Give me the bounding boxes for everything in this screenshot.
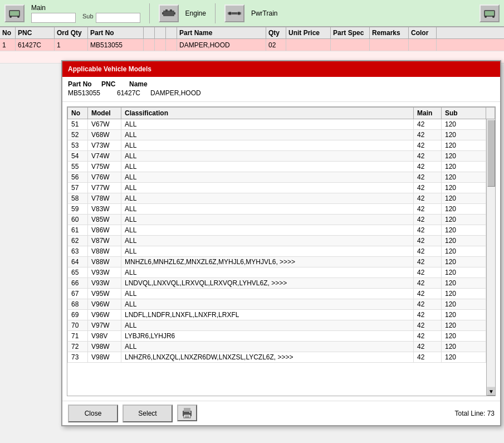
table-row[interactable]: 68 V96W ALL 42 120 xyxy=(68,299,495,310)
scrollbar[interactable]: ▼ xyxy=(486,119,495,396)
toolbar: Main Sub Engine PwrTrain xyxy=(0,0,504,27)
table-row[interactable]: 73 V98W LNHZR6,LNXZQL,LNXZR6DW,LNXZSL,LY… xyxy=(68,352,495,363)
cell-row-classification: ALL xyxy=(121,236,414,246)
col-empty3 xyxy=(166,27,177,38)
cell-part-spec xyxy=(331,39,370,51)
col-no: No xyxy=(0,27,16,38)
table-row[interactable]: 65 V93W ALL 42 120 xyxy=(68,267,495,278)
separator-2 xyxy=(215,3,216,23)
table-row[interactable]: 51 V67W ALL 42 120 xyxy=(68,119,495,130)
cell-row-model: V93W xyxy=(88,278,121,289)
col-empty1 xyxy=(144,27,155,38)
cell-row-model: V67W xyxy=(88,119,121,130)
col-remarks: Remarks xyxy=(370,27,409,38)
cell-empty1 xyxy=(144,39,155,51)
table-row[interactable]: 57 V77W ALL 42 120 xyxy=(68,183,495,193)
cell-part-name: DAMPER,HOOD xyxy=(177,39,266,51)
scrollbar-arrow-down[interactable]: ▼ xyxy=(487,387,496,396)
col-color: Color xyxy=(409,27,437,38)
cell-row-model: V88W xyxy=(88,246,121,257)
table-row[interactable]: 62 V87W ALL 42 120 xyxy=(68,236,495,246)
cell-row-no: 62 xyxy=(68,236,88,246)
cell-row-sub: 120 xyxy=(442,278,486,289)
table-row[interactable]: 61 V86W ALL 42 120 xyxy=(68,225,495,236)
cell-row-model: V98W xyxy=(88,352,121,363)
cell-row-main: 42 xyxy=(414,342,442,352)
name-value: DAMPER,HOOD xyxy=(146,88,205,98)
cell-row-sub: 120 xyxy=(442,172,486,183)
cell-row-main: 42 xyxy=(414,162,442,172)
close-button[interactable]: Close xyxy=(68,405,118,422)
table-row[interactable]: 71 V98V LYBJR6,LYHJR6 42 120 xyxy=(68,331,495,342)
cell-row-no: 59 xyxy=(68,204,88,215)
cell-row-classification: ALL xyxy=(121,342,414,352)
cell-row-classification: LNDVQL,LNXVQL,LRXVQL,LRXVQR,LYHVL6Z, >>>… xyxy=(121,278,414,289)
svg-rect-6 xyxy=(170,9,172,12)
cell-row-classification: LYBJR6,LYHJR6 xyxy=(121,331,414,342)
main-sub-group: Main Sub xyxy=(31,4,140,23)
cell-row-no: 69 xyxy=(68,310,88,320)
cell-row-sub: 120 xyxy=(442,204,486,215)
table-row[interactable]: 69 V96W LNDFL,LNDFR,LNXFL,LNXFR,LRXFL 42… xyxy=(68,310,495,320)
cell-row-no: 57 xyxy=(68,183,88,193)
cell-row-main: 42 xyxy=(414,257,442,267)
cell-row-classification: ALL xyxy=(121,193,414,204)
col-part-name: Part Name xyxy=(177,27,266,38)
cell-row-main: 42 xyxy=(414,172,442,183)
cell-row-no: 73 xyxy=(68,352,88,363)
cell-row-main: 42 xyxy=(414,225,442,236)
info-row-values: MB513055 61427C DAMPER,HOOD xyxy=(68,88,495,98)
cell-row-sub: 120 xyxy=(442,225,486,236)
table-row[interactable]: 52 V68W ALL 42 120 xyxy=(68,130,495,140)
table-row[interactable]: 70 V97W ALL 42 120 xyxy=(68,320,495,331)
cell-row-classification: ALL xyxy=(121,183,414,193)
toolbar-icon-right[interactable] xyxy=(479,4,500,22)
cell-row-no: 60 xyxy=(68,215,88,225)
svg-point-2 xyxy=(9,16,12,18)
svg-point-15 xyxy=(492,16,495,18)
cell-row-sub: 120 xyxy=(442,215,486,225)
table-row[interactable]: 59 V83W ALL 42 120 xyxy=(68,204,495,215)
toolbar-icon-left[interactable] xyxy=(4,4,25,22)
cell-row-no: 66 xyxy=(68,278,88,289)
cell-row-model: V96W xyxy=(88,310,121,320)
cell-row-sub: 120 xyxy=(442,331,486,342)
print-button[interactable] xyxy=(177,405,197,421)
th-classification: Classification xyxy=(121,108,414,119)
pwrtrain-icon[interactable] xyxy=(224,4,244,22)
col-ord-qty: Ord Qty xyxy=(55,27,88,38)
cell-row-sub: 120 xyxy=(442,320,486,331)
cell-row-main: 42 xyxy=(414,331,442,342)
scrollbar-thumb[interactable] xyxy=(487,120,495,187)
cell-row-classification: ALL xyxy=(121,140,414,151)
table-row[interactable]: 63 V88W ALL 42 120 xyxy=(68,246,495,257)
select-button[interactable]: Select xyxy=(123,405,173,422)
parts-table-header: No PNC Ord Qty Part No Part Name Qty Uni… xyxy=(0,27,504,39)
cell-row-model: V98V xyxy=(88,331,121,342)
cell-row-classification: ALL xyxy=(121,299,414,310)
main-input[interactable] xyxy=(31,13,76,23)
table-row[interactable]: 56 V76W ALL 42 120 xyxy=(68,172,495,183)
cell-qty: 02 xyxy=(266,39,286,51)
cell-row-no: 53 xyxy=(68,140,88,151)
svg-rect-17 xyxy=(184,408,190,412)
cell-row-model: V97W xyxy=(88,320,121,331)
cell-row-no: 70 xyxy=(68,320,88,331)
cell-row-main: 42 xyxy=(414,310,442,320)
table-row[interactable]: 72 V98W ALL 42 120 xyxy=(68,342,495,352)
table-row[interactable]: 67 V95W ALL 42 120 xyxy=(68,289,495,299)
engine-icon[interactable] xyxy=(159,4,179,22)
modal-buttons: Close Select xyxy=(68,405,197,422)
table-row[interactable]: 66 V93W LNDVQL,LNXVQL,LRXVQL,LRXVQR,LYHV… xyxy=(68,278,495,289)
cell-row-no: 58 xyxy=(68,193,88,204)
th-no: No xyxy=(68,108,88,119)
table-row[interactable]: 55 V75W ALL 42 120 xyxy=(68,162,495,172)
table-row[interactable]: 53 V73W ALL 42 120 xyxy=(68,140,495,151)
cell-row-model: V86W xyxy=(88,225,121,236)
sub-input[interactable] xyxy=(96,13,140,23)
table-row[interactable]: 58 V78W ALL 42 120 xyxy=(68,193,495,204)
table-row[interactable]: 60 V85W ALL 42 120 xyxy=(68,215,495,225)
col-unit-price: Unit Price xyxy=(286,27,331,38)
table-row[interactable]: 54 V74W ALL 42 120 xyxy=(68,151,495,162)
table-row[interactable]: 64 V88W MNHZL6,MNHZL6Z,MNXZL6Z,MYHJL6,MY… xyxy=(68,257,495,267)
